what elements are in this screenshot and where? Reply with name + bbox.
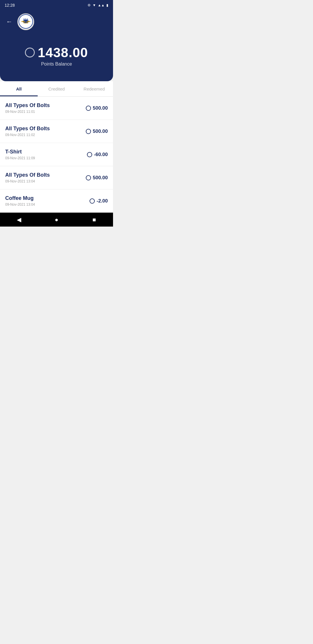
transaction-amount-0: 500.00 — [86, 105, 108, 111]
point-icon-4 — [90, 198, 95, 204]
nav-back-button[interactable]: ◀ — [13, 214, 25, 225]
wifi-icon: ▼ — [92, 3, 96, 7]
transaction-row-4: Coffee Mug 09-Nov-2021 13:04 -2.00 — [0, 189, 113, 213]
coin-icon — [25, 48, 35, 57]
transaction-info-3: All Types Of Bolts 09-Nov-2021 13:04 — [5, 172, 86, 183]
back-button[interactable]: ← — [5, 17, 14, 26]
logo-svg: HSA Gold — [18, 14, 34, 29]
nav-home-button[interactable]: ● — [51, 214, 62, 225]
transaction-title-2: T-Shirt — [5, 149, 87, 155]
transaction-title-4: Coffee Mug — [5, 195, 90, 201]
nav-recents-button[interactable]: ■ — [88, 214, 100, 225]
point-icon-3 — [86, 175, 91, 180]
transaction-info-0: All Types Of Bolts 09-Nov-2021 11:01 — [5, 102, 86, 114]
transaction-info-1: All Types Of Bolts 09-Nov-2021 11:02 — [5, 126, 86, 137]
transaction-info-2: T-Shirt 09-Nov-2021 11:09 — [5, 149, 87, 160]
tab-all[interactable]: All — [0, 81, 38, 96]
transaction-amount-1: 500.00 — [86, 129, 108, 134]
logo: HSA Gold — [17, 13, 34, 30]
transaction-date-4: 09-Nov-2021 13:04 — [5, 202, 90, 207]
balance-area: 1438.00 Points Balance — [0, 39, 113, 81]
transaction-date-1: 09-Nov-2021 11:02 — [5, 133, 86, 137]
balance-amount: 1438.00 — [38, 45, 88, 60]
point-icon-0 — [86, 106, 91, 111]
transactions-list: All Types Of Bolts 09-Nov-2021 11:01 500… — [0, 97, 113, 213]
transaction-date-3: 09-Nov-2021 13:04 — [5, 179, 86, 183]
signal-icon: ▲▲ — [98, 3, 105, 7]
balance-label: Points Balance — [41, 61, 72, 67]
transaction-row-0: All Types Of Bolts 09-Nov-2021 11:01 500… — [0, 97, 113, 120]
transaction-date-0: 09-Nov-2021 11:01 — [5, 110, 86, 114]
transaction-row-2: T-Shirt 09-Nov-2021 11:09 -60.00 — [0, 143, 113, 166]
header: ← HSA Gold — [0, 10, 113, 39]
transaction-amount-4: -2.00 — [90, 198, 108, 204]
transaction-amount-3: 500.00 — [86, 175, 108, 181]
gear-status-icon: ⚙ — [88, 3, 91, 7]
transaction-date-2: 09-Nov-2021 11:09 — [5, 156, 87, 160]
nav-recents-icon: ■ — [92, 216, 96, 223]
tab-credited[interactable]: Credited — [38, 81, 75, 96]
status-icons: ⚙ ▼ ▲▲ ▮ — [88, 3, 108, 7]
transaction-title-3: All Types Of Bolts — [5, 172, 86, 178]
tab-redeemed[interactable]: Redeemed — [75, 81, 113, 96]
back-arrow-icon: ← — [6, 18, 12, 26]
status-bar: 12:28 ⚙ ▼ ▲▲ ▮ — [0, 0, 113, 10]
battery-icon: ▮ — [106, 3, 108, 7]
point-icon-1 — [86, 129, 91, 134]
status-time: 12:28 — [5, 3, 15, 8]
nav-back-icon: ◀ — [17, 216, 21, 223]
transaction-title-0: All Types Of Bolts — [5, 102, 86, 108]
bottom-nav: ◀ ● ■ — [0, 213, 113, 227]
point-icon-2 — [87, 152, 92, 157]
transaction-row-3: All Types Of Bolts 09-Nov-2021 13:04 500… — [0, 166, 113, 189]
transaction-title-1: All Types Of Bolts — [5, 126, 86, 132]
nav-home-icon: ● — [55, 216, 58, 223]
transaction-amount-2: -60.00 — [87, 152, 108, 158]
svg-text:HSA: HSA — [23, 18, 28, 21]
transaction-row-1: All Types Of Bolts 09-Nov-2021 11:02 500… — [0, 120, 113, 143]
balance-row: 1438.00 — [25, 45, 88, 60]
tabs-container: All Credited Redeemed — [0, 81, 113, 97]
transaction-info-4: Coffee Mug 09-Nov-2021 13:04 — [5, 195, 90, 207]
